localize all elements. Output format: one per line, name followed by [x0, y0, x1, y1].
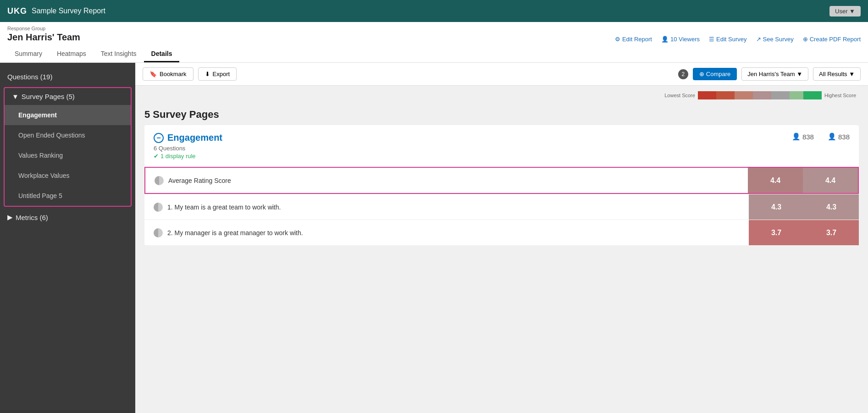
logo: UKG — [7, 6, 27, 16]
pdf-icon: ⊕ — [803, 36, 808, 43]
external-link-icon: ↗ — [756, 36, 761, 43]
sidebar-item-workplace-values[interactable]: Workplace Values — [5, 165, 131, 186]
q2-score-1: 3.7 — [749, 220, 804, 245]
avg-score-2: 4.4 — [803, 168, 858, 193]
user-menu-button[interactable]: User ▼ — [829, 6, 861, 17]
q2-score-2: 3.7 — [804, 220, 859, 245]
legend-bar-4 — [753, 91, 771, 99]
checkmark-icon: ✔ — [154, 153, 159, 160]
sidebar-item-values-ranking[interactable]: Values Ranking — [5, 145, 131, 165]
survey-pages-heading: 5 Survey Pages — [135, 101, 868, 125]
nav-tabs: Summary Heatmaps Text Insights Details — [7, 46, 861, 62]
team-dropdown[interactable]: Jen Harris's Team ▼ — [741, 67, 808, 81]
response-group-label: Response Group — [7, 26, 80, 31]
top-bar-right: User ▼ — [829, 6, 861, 17]
gear-icon: ⚙ — [615, 36, 620, 43]
half-circle-icon-q1 — [154, 203, 163, 212]
export-button[interactable]: ⬇ Export — [198, 67, 237, 81]
sidebar-item-engagement[interactable]: Engagement — [5, 105, 131, 125]
sub-header: Response Group Jen Harris' Team ⚙ Edit R… — [0, 22, 868, 63]
survey-pages-toggle[interactable]: ▼ Survey Pages (5) — [5, 88, 131, 105]
half-circle-icon-q2 — [154, 228, 163, 237]
chevron-right-icon: ▶ — [7, 213, 13, 221]
toolbar-right: 2 ⊕ Compare Jen Harris's Team ▼ All Resu… — [678, 67, 861, 81]
content-area: 🔖 Bookmark ⬇ Export 2 ⊕ Compare Jen Harr… — [135, 63, 868, 413]
tab-summary[interactable]: Summary — [7, 46, 50, 62]
bookmark-button[interactable]: 🔖 Bookmark — [143, 67, 194, 81]
results-dropdown[interactable]: All Results ▼ — [813, 67, 861, 81]
toolbar: 🔖 Bookmark ⬇ Export 2 ⊕ Compare Jen Harr… — [135, 63, 868, 86]
q1-score-2: 4.3 — [804, 194, 859, 220]
chevron-down-icon: ▼ — [12, 93, 19, 100]
questions-header: Questions (19) — [0, 68, 135, 85]
legend-bar-2 — [716, 91, 735, 99]
avg-rating-row: Average Rating Score 4.4 4.4 — [144, 167, 859, 194]
legend-bar-1 — [698, 91, 716, 99]
export-icon: ⬇ — [205, 71, 210, 77]
metrics-header[interactable]: ▶ Metrics (6) — [0, 209, 135, 226]
edit-survey-button[interactable]: ☰ Edit Survey — [709, 36, 746, 43]
tab-heatmaps[interactable]: Heatmaps — [50, 46, 94, 62]
top-bar-left: UKG Sample Survey Report — [7, 6, 105, 16]
lowest-score-label: Lowest Score — [662, 93, 698, 98]
display-rule: ✔ 1 display rule — [154, 153, 792, 160]
engagement-questions-count: 6 Questions — [154, 145, 792, 152]
legend-bar-3 — [735, 91, 753, 99]
person-stat-icon-1: 👤 — [792, 132, 801, 141]
legend-bar-5 — [771, 91, 790, 99]
engagement-title: − Engagement — [154, 132, 792, 143]
q1-label: 1. My team is a great team to work with. — [144, 196, 749, 218]
team-name: Jen Harris' Team — [7, 32, 80, 43]
sidebar-item-open-ended[interactable]: Open Ended Questions — [5, 125, 131, 145]
q1-row: 1. My team is a great team to work with.… — [144, 194, 859, 220]
edit-report-button[interactable]: ⚙ Edit Report — [615, 36, 652, 43]
highest-score-label: Highest Score — [822, 93, 859, 98]
sidebar: Questions (19) ▼ Survey Pages (5) Engage… — [0, 63, 135, 413]
main-layout: Questions (19) ▼ Survey Pages (5) Engage… — [0, 63, 868, 413]
avg-score-1: 4.4 — [748, 168, 803, 193]
engagement-card-header: − Engagement 6 Questions ✔ 1 display rul… — [144, 125, 859, 167]
q2-row: 2. My manager is a great manager to work… — [144, 220, 859, 245]
toolbar-left: 🔖 Bookmark ⬇ Export — [143, 67, 237, 81]
bookmark-icon: 🔖 — [149, 71, 157, 77]
create-pdf-button[interactable]: ⊕ Create PDF Report — [803, 36, 861, 43]
engagement-card: − Engagement 6 Questions ✔ 1 display rul… — [144, 125, 859, 245]
avg-rating-label: Average Rating Score — [145, 170, 748, 192]
compare-count-badge: 2 — [678, 69, 688, 79]
see-survey-button[interactable]: ↗ See Survey — [756, 36, 794, 43]
nav-actions: ⚙ Edit Report 👤 10 Viewers ☰ Edit Survey… — [615, 36, 861, 46]
person-stat-icon-2: 👤 — [828, 132, 836, 141]
q1-score-1: 4.3 — [749, 194, 804, 220]
sidebar-item-untitled-5[interactable]: Untitled Page 5 — [5, 186, 131, 206]
stat-1: 👤 838 — [792, 132, 814, 141]
compare-icon: ⊕ — [699, 71, 704, 77]
stat-2: 👤 838 — [828, 132, 850, 141]
legend-bar-6 — [790, 91, 803, 99]
legend-bar-7 — [803, 91, 822, 99]
top-bar: UKG Sample Survey Report User ▼ — [0, 0, 868, 22]
minus-icon: − — [154, 133, 164, 143]
person-icon: 👤 — [661, 36, 669, 43]
score-legend: Lowest Score Highest Score — [135, 86, 868, 101]
list-icon: ☰ — [709, 36, 714, 43]
tab-details[interactable]: Details — [144, 46, 180, 62]
viewers-button[interactable]: 👤 10 Viewers — [661, 36, 700, 43]
app-title: Sample Survey Report — [32, 7, 105, 15]
compare-button[interactable]: ⊕ Compare — [693, 68, 737, 80]
tab-text-insights[interactable]: Text Insights — [94, 46, 144, 62]
engagement-title-section: − Engagement 6 Questions ✔ 1 display rul… — [154, 132, 792, 160]
engagement-stats: 👤 838 👤 838 — [792, 132, 850, 141]
half-circle-icon-avg — [155, 176, 164, 185]
q2-label: 2. My manager is a great manager to work… — [144, 222, 749, 244]
